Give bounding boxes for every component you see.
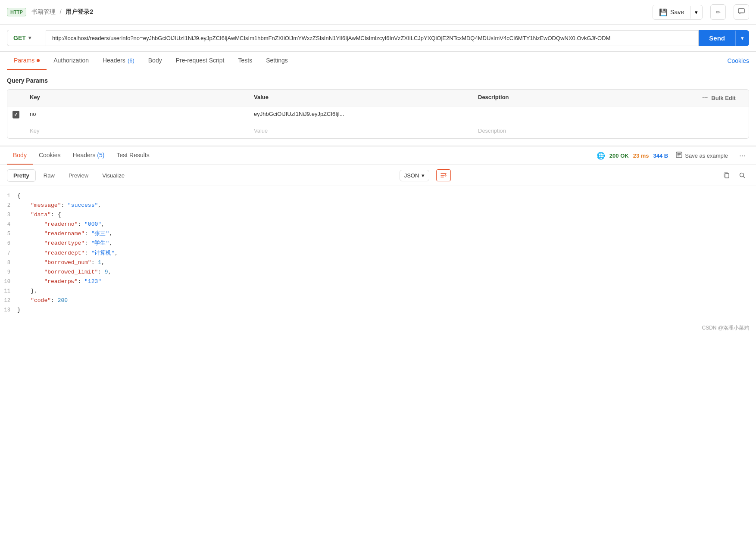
code-content-11: }, bbox=[17, 286, 756, 296]
resp-tab-headers-label: Headers bbox=[73, 152, 96, 159]
method-chevron-icon: ▾ bbox=[28, 35, 31, 41]
url-bar: GET ▾ Send ▾ bbox=[0, 25, 756, 52]
svg-rect-0 bbox=[738, 9, 744, 13]
resp-tab-body[interactable]: Body bbox=[7, 146, 33, 165]
resp-tab-test-results-label: Test Results bbox=[116, 152, 149, 159]
tab-body[interactable]: Body bbox=[141, 52, 169, 70]
tab-params[interactable]: Params bbox=[7, 52, 47, 70]
code-content-9: "borrowed_limit": 9, bbox=[17, 268, 756, 277]
params-dot bbox=[37, 59, 40, 62]
edit-button[interactable]: ✏ bbox=[710, 4, 726, 20]
response-status: 200 OK bbox=[609, 152, 629, 159]
resp-tab-test-results[interactable]: Test Results bbox=[110, 146, 155, 165]
tab-params-label: Params bbox=[14, 57, 34, 64]
json-format-select[interactable]: JSON ▾ bbox=[400, 170, 430, 181]
response-size: 344 B bbox=[653, 152, 669, 159]
line-num-6: 6 bbox=[0, 239, 17, 248]
line-num-10: 10 bbox=[0, 277, 17, 286]
fmt-tab-pretty[interactable]: Pretty bbox=[7, 169, 36, 182]
row-actions-cell bbox=[697, 106, 749, 123]
query-params-title: Query Params bbox=[7, 77, 749, 84]
method-select[interactable]: GET ▾ bbox=[7, 30, 46, 46]
copy-button[interactable] bbox=[720, 168, 734, 182]
cookies-link[interactable]: Cookies bbox=[727, 52, 749, 69]
row-checkbox-cell: ✓ bbox=[7, 106, 25, 123]
resp-tab-headers[interactable]: Headers (5) bbox=[67, 146, 111, 165]
row-key-cell[interactable]: no bbox=[25, 106, 249, 123]
line-num-2: 2 bbox=[0, 201, 17, 210]
placeholder-actions-cell bbox=[697, 123, 749, 138]
tab-settings-label: Settings bbox=[266, 57, 288, 64]
row-checkbox[interactable]: ✓ bbox=[12, 111, 19, 118]
fmt-tab-raw-label: Raw bbox=[44, 172, 55, 179]
tab-authorization[interactable]: Authorization bbox=[47, 52, 96, 70]
line-num-13: 13 bbox=[0, 306, 17, 314]
fmt-tab-visualize[interactable]: Visualize bbox=[96, 170, 131, 181]
response-section: Body Cookies Headers (5) Test Results 🌐 … bbox=[0, 146, 756, 320]
code-content-2: "message": "success", bbox=[17, 201, 756, 210]
save-example-button[interactable]: Save as example bbox=[672, 150, 731, 161]
code-content-1: { bbox=[17, 191, 756, 201]
params-table-header: Key Value Description ··· Bulk Edit bbox=[7, 90, 749, 106]
tab-pre-request-script[interactable]: Pre-request Script bbox=[169, 52, 231, 70]
save-button[interactable]: 💾 Save bbox=[653, 5, 690, 19]
row-value-cell[interactable]: eyJhbGciOiJIUzI1NiJ9.eyJpZCI6Ijl... bbox=[249, 106, 473, 123]
comment-button[interactable] bbox=[734, 4, 749, 20]
resp-headers-badge: (5) bbox=[97, 152, 104, 159]
breadcrumb-parent[interactable]: 书籍管理 bbox=[31, 8, 56, 15]
search-button[interactable] bbox=[735, 168, 749, 182]
wrap-lines-button[interactable] bbox=[436, 169, 451, 181]
save-dropdown-button[interactable]: ▾ bbox=[690, 6, 702, 19]
response-time: 23 ms bbox=[633, 152, 649, 159]
response-tabs-bar: Body Cookies Headers (5) Test Results 🌐 … bbox=[0, 146, 756, 165]
placeholder-description-cell[interactable]: Description bbox=[473, 123, 697, 138]
code-line-4: 4 "readerno": "000", bbox=[0, 220, 756, 229]
col-key-header: Key bbox=[25, 90, 249, 106]
save-label: Save bbox=[670, 9, 684, 16]
breadcrumb: 书籍管理 / 用户登录2 bbox=[31, 8, 93, 16]
code-content-7: "readerdept": "计算机", bbox=[17, 249, 756, 258]
fmt-tab-visualize-label: Visualize bbox=[102, 172, 125, 179]
top-bar: HTTP 书籍管理 / 用户登录2 💾 Save ▾ ✏ bbox=[0, 0, 756, 25]
url-input[interactable] bbox=[46, 30, 699, 46]
tab-authorization-label: Authorization bbox=[53, 57, 89, 64]
format-toolbar: Pretty Raw Preview Visualize JSON ▾ bbox=[0, 165, 756, 186]
edit-icon: ✏ bbox=[716, 9, 721, 16]
line-num-12: 12 bbox=[0, 296, 17, 305]
col-checkbox-header bbox=[7, 90, 25, 106]
line-num-1: 1 bbox=[0, 192, 17, 200]
tab-settings[interactable]: Settings bbox=[259, 52, 295, 70]
tab-tests[interactable]: Tests bbox=[231, 52, 259, 70]
code-content-12: "code": 200 bbox=[17, 296, 756, 305]
fmt-tab-preview-label: Preview bbox=[69, 172, 88, 179]
line-num-8: 8 bbox=[0, 258, 17, 267]
code-line-9: 9 "borrowed_limit": 9, bbox=[0, 268, 756, 277]
save-icon: 💾 bbox=[659, 8, 668, 16]
line-num-3: 3 bbox=[0, 211, 17, 219]
http-badge: HTTP bbox=[7, 8, 26, 16]
placeholder-value-cell[interactable]: Value bbox=[249, 123, 473, 138]
code-line-11: 11 }, bbox=[0, 286, 756, 296]
line-num-7: 7 bbox=[0, 249, 17, 258]
code-line-10: 10 "readerpw": "123" bbox=[0, 277, 756, 286]
method-label: GET bbox=[13, 34, 26, 41]
line-num-11: 11 bbox=[0, 287, 17, 295]
send-button[interactable]: Send bbox=[699, 30, 735, 46]
breadcrumb-current: 用户登录2 bbox=[66, 8, 93, 15]
fmt-tab-raw[interactable]: Raw bbox=[37, 170, 61, 181]
row-description-cell[interactable] bbox=[473, 106, 697, 123]
response-more-button[interactable]: ··· bbox=[736, 149, 749, 162]
bulk-edit-link[interactable]: Bulk Edit bbox=[711, 95, 735, 101]
code-line-5: 5 "readername": "张三", bbox=[0, 229, 756, 239]
query-params-section: Query Params Key Value Description ··· B… bbox=[0, 70, 756, 139]
placeholder-key-cell[interactable]: Key bbox=[25, 123, 249, 138]
tab-tests-label: Tests bbox=[238, 57, 253, 64]
bulk-edit-dots-icon[interactable]: ··· bbox=[702, 94, 708, 102]
send-dropdown-button[interactable]: ▾ bbox=[735, 31, 749, 46]
code-line-1: 1 { bbox=[0, 191, 756, 201]
svg-rect-4 bbox=[725, 174, 729, 178]
resp-tab-cookies[interactable]: Cookies bbox=[33, 146, 67, 165]
fmt-tab-preview[interactable]: Preview bbox=[62, 170, 94, 181]
tab-headers[interactable]: Headers (6) bbox=[96, 52, 141, 70]
code-content-10: "readerpw": "123" bbox=[17, 277, 756, 286]
